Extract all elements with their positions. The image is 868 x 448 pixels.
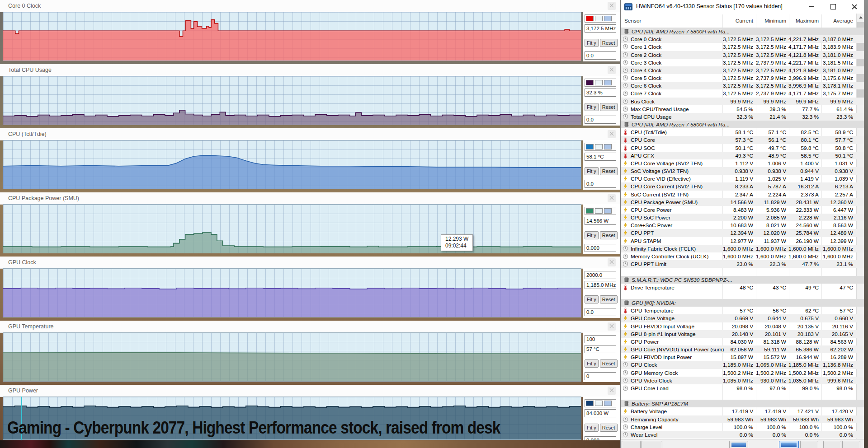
reset-button[interactable]: Reset: [600, 295, 618, 303]
graph-window-titlebar[interactable]: GPU Power: [0, 385, 620, 397]
graph-plot-area[interactable]: [3, 204, 581, 253]
graph-plot-area[interactable]: [3, 76, 581, 125]
sensor-row[interactable]: Core 6 Clock3,172.5 MHz3,172.5 MHz3,996.…: [621, 82, 864, 89]
close-icon[interactable]: [608, 258, 616, 266]
sensor-row[interactable]: GPU Memory Clock1,500.2 MHz1,500.2 MHz1,…: [621, 369, 864, 377]
fit-y-button[interactable]: Fit y: [585, 167, 599, 175]
fit-y-button[interactable]: Fit y: [585, 359, 599, 368]
sensor-row[interactable]: Bus Clock99.9 MHz99.9 MHz99.9 MHz99.9 MH…: [621, 98, 864, 105]
toolbar-button[interactable]: [729, 441, 748, 448]
toolbar-button[interactable]: [642, 441, 662, 448]
sensor-row[interactable]: Wear Level0.0 %0.0 %0.0 %0.0 %: [621, 431, 864, 439]
column-header-minimum[interactable]: Minimum: [764, 18, 786, 24]
sensor-row[interactable]: GPU Video Clock1,035.0 MHz930.0 MHz1,035…: [621, 377, 864, 384]
sensor-row[interactable]: CPU Core Voltage (SVI2 TFN)1.112 V1.006 …: [621, 159, 864, 167]
graph-window-titlebar[interactable]: Core 0 Clock: [0, 0, 620, 12]
background-color-swatch[interactable]: [595, 16, 603, 21]
minimize-button[interactable]: [803, 0, 821, 13]
sensor-row[interactable]: GPU Core Voltage0.669 V0.644 V0.675 V0.6…: [621, 314, 864, 322]
sensor-row[interactable]: Memory Controller Clock (UCLK)1,600.0 MH…: [621, 252, 864, 260]
sensor-row[interactable]: APU GFX49.3 °C48.9 °C58.5 °C50.1 °C: [621, 152, 864, 159]
table-column-header[interactable]: SensorCurrentMinimumMaximumAverage: [621, 14, 864, 28]
grid-color-swatch[interactable]: [604, 208, 612, 214]
sensor-row[interactable]: CPU SoC Power2.200 W2.085 W2.228 W2.116 …: [621, 214, 864, 221]
maximize-button[interactable]: [824, 0, 842, 13]
sensor-row[interactable]: APU STAPM12.977 W11.937 W26.190 W12.399 …: [621, 237, 864, 245]
sensor-row[interactable]: CPU Core57.3 °C56.1 °C80.1 °C57.7 °C: [621, 136, 864, 144]
sensor-row[interactable]: Core 4 Clock3,172.5 MHz3,172.5 MHz4,121.…: [621, 66, 864, 74]
toolbar-button[interactable]: [779, 441, 799, 448]
y-min-input[interactable]: 0: [585, 372, 616, 380]
sensor-row[interactable]: Infinity Fabric Clock (FCLK)1,600.0 MHz1…: [621, 245, 864, 252]
column-header-average[interactable]: Average: [833, 18, 853, 24]
reset-button[interactable]: Reset: [600, 424, 618, 432]
column-header-maximum[interactable]: Maximum: [796, 18, 819, 24]
toolbar-button[interactable]: [823, 441, 841, 448]
sensor-row[interactable]: Core 0 Clock3,172.5 MHz3,172.5 MHz4,221.…: [621, 35, 864, 43]
sensor-row[interactable]: GPU Temperature57 °C56 °C62 °C57 °C: [621, 307, 864, 314]
line-color-swatch[interactable]: [586, 401, 594, 406]
line-color-swatch[interactable]: [586, 16, 594, 21]
background-color-swatch[interactable]: [595, 208, 603, 214]
sensor-row[interactable]: CPU Core Power8.483 W5.936 W22.333 W6.44…: [621, 206, 864, 214]
close-icon[interactable]: [608, 130, 616, 138]
graph-window-titlebar[interactable]: GPU Clock: [0, 257, 620, 269]
sensor-row[interactable]: Battery Voltage17.419 V17.419 V17.421 V1…: [621, 407, 864, 415]
fit-y-button[interactable]: Fit y: [585, 424, 599, 432]
sensor-row[interactable]: Core 7 Clock3,172.5 MHz2,737.9 MHz4,171.…: [621, 89, 864, 97]
column-header-sensor[interactable]: Sensor: [624, 18, 641, 24]
sensor-row[interactable]: CPU PPT12.394 W12.020 W25.784 W12.489 W: [621, 229, 864, 237]
sensor-section-row[interactable]: Battery: SMP AP18E7M: [621, 400, 864, 407]
sensor-row[interactable]: Core+SoC Power10.683 W8.021 W24.560 W8.5…: [621, 221, 864, 229]
sensor-row[interactable]: GPU FBVDD Input Power15.897 W15.572 W16.…: [621, 353, 864, 361]
graph-plot-area[interactable]: [3, 12, 581, 61]
y-min-input[interactable]: 0.0: [585, 116, 616, 124]
sensor-row[interactable]: GPU Clock1,185.0 MHz1,065.0 MHz1,185.0 M…: [621, 361, 864, 369]
sensor-row[interactable]: Max CPU/Thread Usage54.5 %39.3 %77.7 %61…: [621, 105, 864, 113]
y-min-input[interactable]: 0.0: [585, 51, 616, 60]
y-min-input[interactable]: 0.0: [585, 308, 616, 316]
sensor-row[interactable]: CPU PPT Limit23.0 %22.3 %47.7 %23.1 %: [621, 260, 864, 268]
graph-window-titlebar[interactable]: CPU (Tctl/Tdie): [0, 128, 620, 140]
graph-window-titlebar[interactable]: GPU Temperature: [0, 321, 620, 333]
graph-plot-area[interactable]: [3, 268, 581, 317]
toolbar-button[interactable]: [800, 441, 818, 448]
sensor-row[interactable]: SoC Current (SVI2 TFN)2.347 A2.224 A2.37…: [621, 191, 864, 198]
sensor-row[interactable]: CPU SOC50.1 °C49.7 °C59.8 °C50.8 °C: [621, 144, 864, 152]
fit-y-button[interactable]: Fit y: [585, 103, 599, 111]
sensor-row[interactable]: GPU Power84.030 W81.318 W88.128 W84.563 …: [621, 338, 864, 345]
line-color-swatch[interactable]: [586, 80, 594, 85]
grid-color-swatch[interactable]: [604, 401, 612, 406]
sensor-section-row[interactable]: CPU [#0]: AMD Ryzen 7 5800H with Ra...: [621, 28, 864, 35]
grid-color-swatch[interactable]: [604, 144, 612, 149]
sensor-section-row[interactable]: S.M.A.R.T.: WDC PC SN530 SDBPNPZ-...: [621, 276, 864, 284]
sensor-row[interactable]: CPU (Tctl/Tdie)58.1 °C57.1 °C82.5 °C58.9…: [621, 128, 864, 136]
sensor-section-row[interactable]: CPU [#0]: AMD Ryzen 7 5800H with Ra...: [621, 121, 864, 128]
sensor-row[interactable]: SoC Voltage (SVI2 TFN)0.938 V0.938 V0.94…: [621, 167, 864, 175]
graph-window-titlebar[interactable]: Total CPU Usage: [0, 64, 620, 76]
fit-y-button[interactable]: Fit y: [585, 39, 599, 47]
background-color-swatch[interactable]: [595, 144, 603, 149]
graph-window-titlebar[interactable]: CPU Package Power (SMU): [0, 192, 620, 205]
y-max-input[interactable]: 100: [585, 335, 616, 343]
reset-button[interactable]: Reset: [600, 39, 618, 47]
close-button[interactable]: [845, 0, 863, 13]
toolbar-button[interactable]: [622, 441, 641, 448]
window-titlebar[interactable]: HWiNFO64 v6.40-4330 Sensor Status [170 v…: [621, 0, 868, 14]
close-icon[interactable]: [608, 387, 616, 395]
reset-button[interactable]: Reset: [600, 231, 618, 239]
y-max-input[interactable]: 2000.0: [585, 271, 616, 279]
column-header-current[interactable]: Current: [736, 18, 753, 24]
sensor-row[interactable]: Core 3 Clock3,172.5 MHz2,737.9 MHz4,221.…: [621, 59, 864, 66]
fit-y-button[interactable]: Fit y: [585, 295, 599, 303]
sensor-row[interactable]: GPU 8-pin #1 Input Voltage20.148 V20.101…: [621, 330, 864, 338]
reset-button[interactable]: Reset: [600, 167, 618, 175]
close-icon[interactable]: [608, 322, 616, 331]
reset-button[interactable]: Reset: [600, 359, 618, 368]
sensor-row[interactable]: CPU Package Power (SMU)14.566 W11.829 W2…: [621, 198, 864, 206]
graph-plot-area[interactable]: [3, 140, 581, 189]
sensor-row[interactable]: GPU FBVDD Input Voltage20.098 V20.048 V2…: [621, 322, 864, 330]
background-color-swatch[interactable]: [595, 401, 603, 406]
sensor-section-row[interactable]: GPU [#0]: NVIDIA:: [621, 299, 864, 307]
graph-plot-area[interactable]: [3, 332, 581, 382]
